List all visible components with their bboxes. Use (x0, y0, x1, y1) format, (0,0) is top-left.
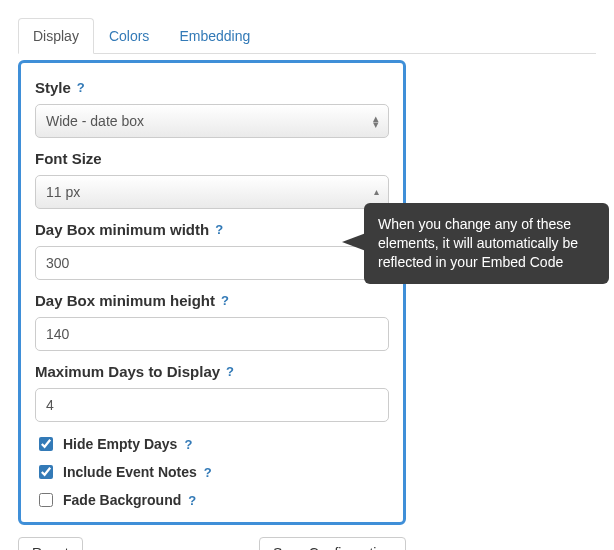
min-width-input[interactable] (35, 246, 389, 280)
hide-empty-label: Hide Empty Days (63, 436, 177, 452)
style-label: Style ? (35, 79, 389, 96)
tooltip-arrow-icon (342, 233, 366, 251)
tab-embedding[interactable]: Embedding (164, 18, 265, 54)
help-icon[interactable]: ? (204, 465, 212, 480)
help-icon[interactable]: ? (226, 364, 234, 379)
display-panel: Style ? Wide - date box ▴▾ Font Size 11 … (18, 60, 406, 525)
help-icon[interactable]: ? (77, 80, 85, 95)
reset-button[interactable]: Reset (18, 537, 83, 550)
hide-empty-checkbox[interactable] (39, 437, 53, 451)
save-button[interactable]: Save Configuration (259, 537, 406, 550)
min-height-input[interactable] (35, 317, 389, 351)
style-select[interactable]: Wide - date box (35, 104, 389, 138)
help-icon[interactable]: ? (184, 437, 192, 452)
tooltip-content: When you change any of these elements, i… (364, 203, 609, 284)
tooltip: When you change any of these elements, i… (364, 203, 609, 284)
button-bar: Reset Save Configuration (18, 537, 406, 550)
fade-bg-label: Fade Background (63, 492, 181, 508)
help-icon[interactable]: ? (215, 222, 223, 237)
include-notes-checkbox[interactable] (39, 465, 53, 479)
max-days-label: Maximum Days to Display ? (35, 363, 389, 380)
font-size-label: Font Size (35, 150, 389, 167)
tab-display[interactable]: Display (18, 18, 94, 54)
min-width-label: Day Box minimum width ? (35, 221, 389, 238)
help-icon[interactable]: ? (188, 493, 196, 508)
include-notes-label: Include Event Notes (63, 464, 197, 480)
tab-colors[interactable]: Colors (94, 18, 164, 54)
min-height-label: Day Box minimum height ? (35, 292, 389, 309)
fade-bg-checkbox[interactable] (39, 493, 53, 507)
help-icon[interactable]: ? (221, 293, 229, 308)
font-size-select[interactable]: 11 px (35, 175, 389, 209)
tab-bar: Display Colors Embedding (18, 18, 596, 54)
max-days-input[interactable] (35, 388, 389, 422)
